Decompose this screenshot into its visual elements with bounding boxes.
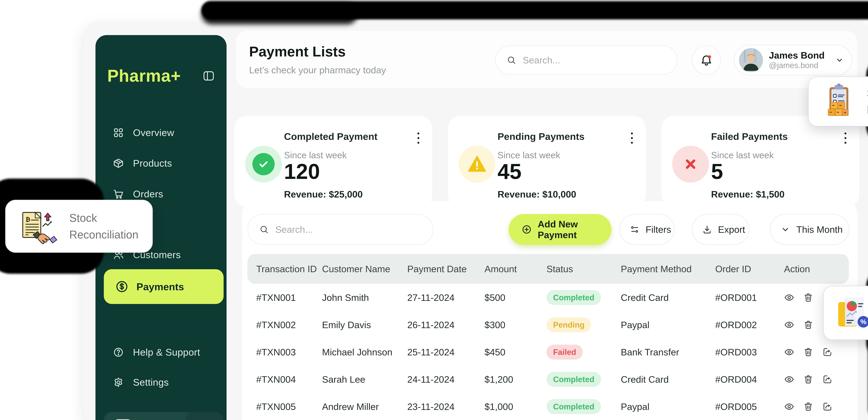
stat-revenue: Revenue: $25,000 — [284, 189, 363, 200]
status-badge: Pending — [547, 317, 591, 332]
cell-date: 24-11-2024 — [407, 374, 485, 385]
column-header: Transaction ID — [256, 264, 322, 274]
cell-customer: John Smith — [322, 292, 407, 303]
stat-title: Completed Payment — [284, 131, 377, 142]
column-header: Status — [547, 264, 621, 274]
period-label: This Month — [796, 224, 843, 235]
cart-icon — [113, 188, 124, 200]
status-badge: Completed — [547, 399, 601, 414]
feature-card-supplier-management[interactable]: Supplier Management — [808, 77, 868, 126]
cell-order-id: #ORD005 — [715, 401, 784, 412]
sidebar-item-settings[interactable]: Settings — [113, 377, 169, 388]
add-new-payment-label: Add New Payment — [538, 219, 612, 240]
feature-card-stock-reconciliation[interactable]: ₿ Stock Reconciliation — [5, 200, 153, 253]
cell-transaction-id: #TXN005 — [256, 401, 322, 412]
table-row[interactable]: #TXN002 Emily Davis 26-11-2024 $300 Pend… — [247, 311, 849, 338]
sidebar-item-label: Orders — [133, 188, 163, 200]
table-row[interactable]: #TXN003 Michael Johnson 25-11-2024 $450 … — [247, 338, 849, 366]
cell-date: 23-11-2024 — [407, 401, 485, 412]
kebab-menu-icon[interactable] — [628, 131, 636, 145]
period-select[interactable]: This Month — [770, 214, 849, 245]
stat-title: Pending Payments — [498, 131, 585, 142]
table-search-input[interactable]: Search... — [247, 214, 433, 245]
cell-amount: $500 — [485, 292, 547, 303]
delete-trash-icon[interactable] — [803, 320, 813, 330]
kebab-menu-icon[interactable] — [415, 131, 422, 145]
view-eye-icon[interactable] — [784, 401, 795, 412]
cell-amount: $1,000 — [485, 401, 547, 412]
export-button[interactable]: Export — [692, 214, 749, 245]
chevron-down-icon — [835, 56, 844, 65]
sales-reporting-illustration: % — [833, 293, 868, 333]
status-badge: Completed — [547, 290, 601, 305]
notifications-button[interactable] — [692, 46, 721, 75]
cell-date: 25-11-2024 — [407, 347, 485, 357]
table-header-row: Transaction ID Customer Name Payment Dat… — [247, 254, 849, 284]
lock-tile[interactable] — [114, 419, 132, 420]
share-icon[interactable] — [822, 374, 833, 385]
cell-customer: Emily Davis — [322, 320, 407, 330]
feature-card-sales-reporting[interactable]: % Sales Reporting — [823, 286, 868, 340]
sidebar-item-products[interactable]: Products — [113, 157, 172, 169]
add-new-payment-button[interactable]: Add New Payment — [509, 214, 612, 245]
page-title: Payment Lists — [249, 43, 346, 60]
stat-period: Since last week — [284, 150, 347, 160]
profile-text: James Bond @james.bond — [769, 50, 825, 70]
grid-icon — [113, 127, 124, 138]
profile-menu[interactable]: James Bond @james.bond — [734, 45, 852, 76]
sidebar-item-orders[interactable]: Orders — [113, 188, 163, 200]
table-row[interactable]: #TXN001 John Smith 27-11-2024 $500 Compl… — [247, 284, 849, 311]
export-label: Export — [718, 224, 745, 235]
brand-logo: Pharma+ — [107, 66, 181, 86]
search-icon — [506, 55, 517, 65]
header-search-input[interactable]: Search... — [495, 46, 677, 75]
share-icon[interactable] — [822, 347, 833, 357]
dollar-circle-icon — [115, 280, 129, 294]
search-icon — [259, 224, 269, 235]
stat-card-pending: Pending Payments Since last week 45 Reve… — [448, 116, 646, 207]
sidebar-collapse-icon[interactable] — [203, 70, 215, 82]
kebab-menu-icon[interactable] — [842, 131, 849, 145]
stat-period: Since last week — [498, 150, 560, 160]
gear-icon — [113, 377, 124, 388]
stat-value: 5 — [711, 160, 723, 183]
cell-method: Credit Card — [621, 374, 715, 385]
view-eye-icon[interactable] — [784, 347, 795, 357]
filters-button[interactable]: Filters — [619, 214, 675, 245]
cell-date: 27-11-2024 — [407, 292, 485, 303]
bell-icon — [700, 54, 713, 67]
stat-icon-halo — [245, 146, 282, 183]
sidebar-item-help-support[interactable]: Help & Support — [113, 347, 200, 358]
view-eye-icon[interactable] — [784, 320, 795, 330]
stat-card-completed: Completed Payment Since last week 120 Re… — [235, 116, 432, 207]
cell-order-id: #ORD002 — [715, 320, 784, 330]
check-circle-icon — [252, 153, 275, 175]
column-header: Payment Method — [621, 264, 715, 274]
view-eye-icon[interactable] — [784, 374, 795, 385]
column-header: Amount — [485, 264, 547, 274]
feature-card-label: Stock Reconciliation — [69, 210, 138, 243]
cell-transaction-id: #TXN003 — [256, 347, 322, 357]
delete-trash-icon[interactable] — [803, 374, 813, 385]
delete-trash-icon[interactable] — [803, 347, 813, 357]
column-header: Action — [784, 264, 849, 274]
sidebar-item-label: Products — [133, 157, 172, 169]
sidebar-item-overview[interactable]: Overview — [113, 127, 174, 138]
cell-order-id: #ORD004 — [715, 374, 784, 385]
column-header: Order ID — [715, 264, 784, 274]
table-row[interactable]: #TXN005 Andrew Miller 23-11-2024 $1,000 … — [247, 393, 849, 420]
stat-value: 120 — [284, 160, 320, 183]
view-eye-icon[interactable] — [784, 292, 795, 303]
app-window: Pharma+ Overview Products — [83, 21, 868, 420]
table-row[interactable]: #TXN004 Sarah Lee 24-11-2024 $1,200 Comp… — [247, 366, 849, 393]
sidebar-item-payments[interactable]: Payments — [104, 269, 224, 304]
filters-label: Filters — [646, 224, 671, 235]
search-placeholder: Search... — [275, 224, 313, 235]
cell-method: Paypal — [621, 320, 715, 330]
delete-trash-icon[interactable] — [803, 401, 813, 412]
share-icon[interactable] — [822, 401, 833, 412]
supplier-management-illustration — [819, 82, 858, 121]
delete-trash-icon[interactable] — [803, 292, 813, 303]
warning-triangle-icon — [467, 154, 488, 175]
help-circle-icon — [113, 347, 124, 358]
